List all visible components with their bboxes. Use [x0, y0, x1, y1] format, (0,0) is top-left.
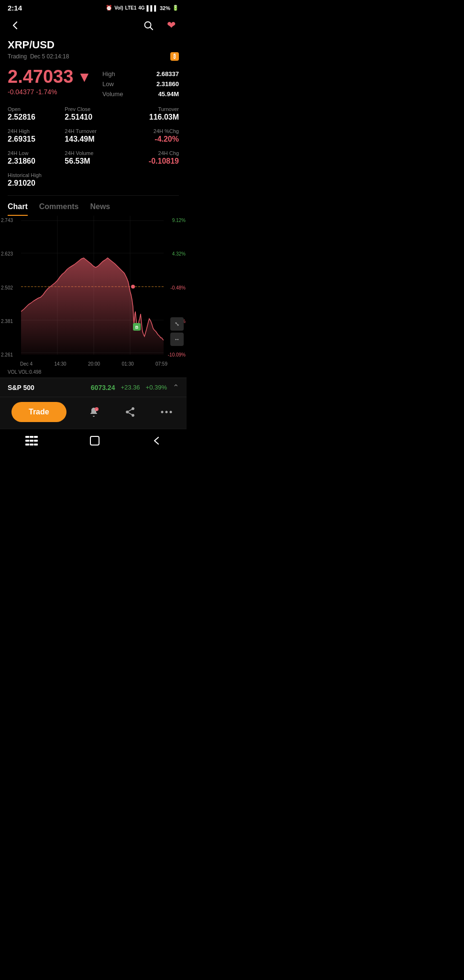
svg-rect-27: [34, 440, 38, 442]
24h-high-value: 2.69315: [8, 135, 65, 144]
ticker-pct: +0.39%: [146, 384, 167, 391]
stat-24h-pct-chg: 24H %Chg -4.20%: [122, 128, 179, 144]
signal-text: Vol): [114, 5, 123, 11]
turnover-value: 116.03M: [122, 113, 179, 122]
ticker-change: +23.36: [121, 384, 140, 391]
nav-actions: ❤: [141, 18, 179, 33]
alert-button[interactable]: +: [85, 403, 102, 421]
chart-area[interactable]: 2.743 2.623 2.502 2.381 2.261 9.12% 4.32…: [0, 216, 187, 359]
lte-text: LTE1: [125, 5, 137, 11]
tab-chart[interactable]: Chart: [8, 202, 28, 216]
svg-line-1: [150, 27, 153, 30]
more-button[interactable]: [158, 403, 175, 421]
current-price: 2.47033 ▼: [8, 67, 102, 87]
svg-rect-22: [25, 444, 29, 445]
24h-pct-chg-value: -4.20%: [122, 135, 179, 144]
stat-24h-volume: 24H Volume 56.53M: [65, 150, 122, 166]
24h-volume-label: 24H Volume: [65, 150, 122, 156]
volume-stat-row: Volume 45.94M: [102, 89, 179, 99]
search-button[interactable]: [141, 18, 156, 33]
24h-turnover-value: 143.49M: [65, 135, 122, 144]
prev-close-value: 2.51410: [65, 113, 122, 122]
vol-label: VOL VOL:0.498: [0, 368, 187, 378]
svg-rect-28: [34, 444, 38, 445]
tab-comments[interactable]: Comments: [39, 202, 79, 216]
x-label-4: 07:59: [155, 361, 167, 367]
pair-title: XRP/USD: [8, 39, 179, 51]
trade-button[interactable]: Trade: [11, 402, 66, 422]
price-section: 2.47033 ▼ -0.04377 -1.74% High 2.68337 L…: [8, 67, 179, 99]
stat-24h-chg: 24H Chg -0.10819: [122, 150, 179, 166]
phone-back-icon[interactable]: [152, 435, 161, 449]
low-stat-row: Low 2.31860: [102, 79, 179, 89]
x-label-1: 14:30: [55, 361, 66, 367]
chart-svg: B: [0, 216, 187, 359]
svg-rect-20: [25, 436, 29, 438]
low-value: 2.31860: [156, 80, 179, 88]
chart-xaxis: Dec 4 14:30 20:00 01:30 07:59: [0, 359, 187, 368]
svg-rect-25: [30, 444, 33, 445]
24h-chg-label: 24H Chg: [122, 150, 179, 156]
svg-rect-21: [25, 440, 29, 442]
stat-hist-high: Historical High 2.91020: [8, 172, 65, 188]
signal-bars: ▌▌▌: [147, 5, 158, 11]
open-label: Open: [8, 106, 65, 112]
favorite-button[interactable]: ❤: [164, 18, 179, 33]
ticker-name: S&P 500: [8, 384, 34, 391]
svg-text:+: +: [96, 408, 98, 411]
price-left: 2.47033 ▼ -0.04377 -1.74%: [8, 67, 102, 96]
status-bar: 2:14 ⏰ Vol) LTE1 4G ▌▌▌ 32% 🔋: [0, 0, 187, 14]
phone-bottom-nav: [0, 429, 187, 457]
24h-low-value: 2.31860: [8, 157, 65, 166]
svg-point-12: [131, 285, 135, 289]
high-value: 2.68337: [156, 70, 179, 78]
status-right: ⏰ Vol) LTE1 4G ▌▌▌ 32% 🔋: [106, 5, 179, 11]
share-button[interactable]: [122, 403, 139, 421]
trading-label: Trading: [8, 53, 27, 60]
bottom-action-bar: Trade +: [0, 397, 187, 429]
svg-text:B: B: [135, 325, 139, 330]
volume-label: Volume: [102, 90, 123, 98]
open-value: 2.52816: [8, 113, 65, 122]
phone-menu-icon[interactable]: [25, 436, 38, 448]
x-label-3: 01:30: [122, 361, 134, 367]
btc-badge: ₿: [170, 52, 179, 61]
svg-rect-24: [30, 440, 33, 442]
svg-rect-26: [34, 436, 38, 438]
x-label-0: Dec 4: [20, 361, 33, 367]
24h-high-label: 24H High: [8, 128, 65, 134]
trading-date: Trading Dec 5 02:14:18 ₿: [8, 52, 179, 61]
stat-24h-high: 24H High 2.69315: [8, 128, 65, 144]
stat-24h-turnover: 24H Turnover 143.49M: [65, 128, 122, 144]
24h-low-label: 24H Low: [8, 150, 65, 156]
battery-icon: 🔋: [172, 5, 179, 11]
g4-text: 4G: [138, 5, 144, 11]
svg-rect-29: [90, 436, 99, 445]
high-stat-row: High 2.68337: [102, 69, 179, 78]
ticker-values: 6073.24 +23.36 +0.39% ⌃: [91, 383, 179, 392]
tab-news[interactable]: News: [90, 202, 110, 216]
24h-chg-value: -0.10819: [122, 157, 179, 166]
bottom-ticker[interactable]: S&P 500 6073.24 +23.36 +0.39% ⌃: [0, 378, 187, 397]
svg-point-17: [161, 411, 163, 413]
top-nav: ❤: [0, 14, 187, 39]
chart-controls: ⤡ ↔: [170, 317, 184, 346]
ticker-price: 6073.24: [91, 384, 115, 391]
stat-prev-close: Prev Close 2.51410: [65, 106, 122, 122]
svg-point-19: [169, 411, 172, 413]
hist-high-label: Historical High: [8, 172, 65, 178]
main-content: XRP/USD Trading Dec 5 02:14:18 ₿ 2.47033…: [0, 39, 187, 216]
volume-value: 45.94M: [158, 90, 179, 98]
fullscreen-button[interactable]: ⤡: [170, 317, 184, 331]
turnover-label: Turnover: [122, 106, 179, 112]
stat-open: Open 2.52816: [8, 106, 65, 122]
tabs: Chart Comments News: [8, 196, 179, 216]
back-button[interactable]: [8, 18, 23, 33]
phone-home-icon[interactable]: [89, 435, 100, 449]
ticker-chevron-icon: ⌃: [173, 383, 179, 392]
low-label: Low: [102, 80, 114, 88]
zoom-button[interactable]: ↔: [170, 333, 184, 346]
prev-close-label: Prev Close: [65, 106, 122, 112]
svg-rect-23: [30, 436, 33, 438]
chart-container: 2.743 2.623 2.502 2.381 2.261 9.12% 4.32…: [0, 216, 187, 378]
